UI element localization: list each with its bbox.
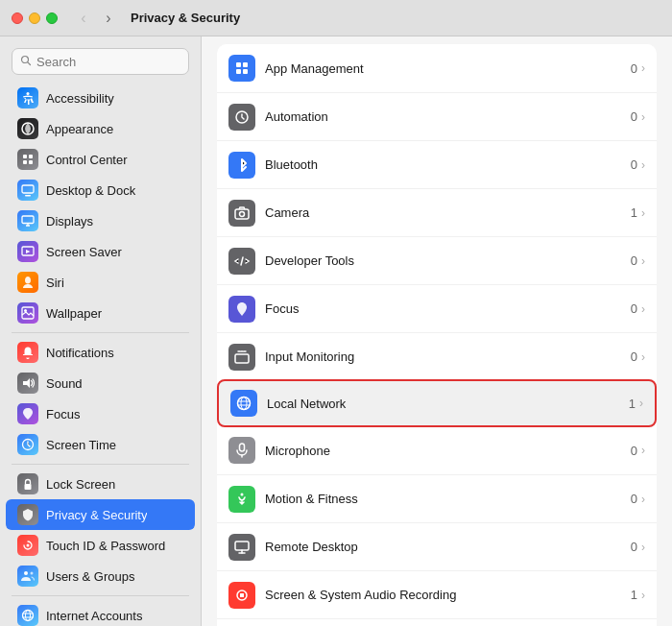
svg-rect-56 xyxy=(240,593,244,597)
content-chevron-local-network: › xyxy=(639,397,643,410)
content-item-camera[interactable]: Camera1› xyxy=(217,188,657,236)
sidebar-icon-focus xyxy=(17,403,38,424)
back-button[interactable]: ‹ xyxy=(73,8,94,29)
svg-rect-40 xyxy=(243,69,248,74)
sidebar-item-privacy-security[interactable]: Privacy & Security xyxy=(6,499,195,530)
svg-rect-39 xyxy=(236,69,241,74)
svg-rect-44 xyxy=(235,354,249,363)
content-icon-input-monitoring xyxy=(228,344,255,371)
svg-rect-8 xyxy=(22,185,34,193)
maximize-button[interactable] xyxy=(46,12,58,24)
sidebar-item-displays[interactable]: Displays xyxy=(6,205,195,236)
content-item-automation[interactable]: Automation0› xyxy=(217,92,657,140)
content-item-input-monitoring[interactable]: Input Monitoring0› xyxy=(217,332,657,380)
content-count-local-network: 1 xyxy=(629,397,636,411)
content-item-remote-desktop[interactable]: Remote Desktop0› xyxy=(217,522,657,570)
content-chevron-screen-audio-recording: › xyxy=(641,589,645,602)
sidebar-item-sound[interactable]: Sound xyxy=(6,368,195,398)
content-item-screen-audio-recording[interactable]: Screen & System Audio Recording1› xyxy=(217,570,657,618)
svg-rect-38 xyxy=(243,62,248,67)
sidebar-item-users-groups[interactable]: Users & Groups xyxy=(6,561,195,591)
svg-point-2 xyxy=(27,92,30,95)
content-item-local-network[interactable]: Local Network1› xyxy=(217,379,657,427)
sidebar-item-screen-saver[interactable]: Screen Saver xyxy=(6,236,195,267)
sidebar-item-focus[interactable]: Focus xyxy=(6,398,195,429)
close-button[interactable] xyxy=(12,12,23,24)
main-layout: AccessibilityAppearanceControl CenterDes… xyxy=(0,36,672,626)
search-box[interactable] xyxy=(12,48,189,75)
content-label-developer-tools: Developer Tools xyxy=(265,253,631,268)
content-item-motion-fitness[interactable]: Motion & Fitness0› xyxy=(217,474,657,522)
sidebar-label-lock-screen: Lock Screen xyxy=(46,477,115,492)
sidebar-icon-accessibility xyxy=(17,87,38,108)
sidebar-icon-screen-time xyxy=(17,434,38,455)
sidebar-item-desktop-dock[interactable]: Desktop & Dock xyxy=(6,175,195,205)
content-item-bluetooth[interactable]: Bluetooth0› xyxy=(217,140,657,188)
content-chevron-automation: › xyxy=(641,110,645,124)
content-chevron-remote-desktop: › xyxy=(641,541,645,554)
svg-point-23 xyxy=(23,611,34,621)
sidebar-item-control-center[interactable]: Control Center xyxy=(6,144,195,175)
search-input[interactable] xyxy=(36,55,180,69)
svg-point-16 xyxy=(24,309,27,312)
svg-point-20 xyxy=(27,544,30,547)
forward-button[interactable]: › xyxy=(98,8,119,29)
svg-point-45 xyxy=(238,397,251,410)
sidebar-icon-touch-id xyxy=(17,535,38,556)
nav-controls: ‹ › xyxy=(73,8,119,29)
content-item-developer-tools[interactable]: Developer Tools0› xyxy=(217,236,657,284)
sidebar-item-appearance[interactable]: Appearance xyxy=(6,113,195,144)
sidebar-icon-privacy-security xyxy=(17,504,38,525)
content-icon-automation xyxy=(228,104,255,131)
content-icon-microphone xyxy=(228,437,255,464)
svg-rect-10 xyxy=(22,216,34,224)
sidebar-icon-users-groups xyxy=(17,566,38,587)
content-icon-local-network xyxy=(230,390,257,417)
sidebar-label-displays: Displays xyxy=(46,214,93,229)
content-label-screen-audio-recording: Screen & System Audio Recording xyxy=(265,588,631,602)
content-chevron-focus: › xyxy=(641,302,645,316)
content-count-automation: 0 xyxy=(631,109,637,124)
svg-rect-42 xyxy=(235,209,249,219)
content-area: App Management0›Automation0›Bluetooth0›C… xyxy=(202,36,672,626)
sidebar-label-siri: Siri xyxy=(46,276,64,290)
sidebar-label-wallpaper: Wallpaper xyxy=(46,306,102,321)
sidebar-icon-desktop-dock xyxy=(17,180,38,201)
sidebar-icon-wallpaper xyxy=(17,302,38,324)
content-label-focus: Focus xyxy=(265,301,631,316)
content-label-input-monitoring: Input Monitoring xyxy=(265,349,631,364)
content-count-developer-tools: 0 xyxy=(631,253,637,268)
content-chevron-bluetooth: › xyxy=(641,158,645,172)
sidebar-item-lock-screen[interactable]: Lock Screen xyxy=(6,469,195,499)
sidebar-item-siri[interactable]: Siri xyxy=(6,267,195,298)
content-item-microphone[interactable]: Microphone0› xyxy=(217,426,657,474)
sidebar-icon-internet-accounts xyxy=(17,605,38,626)
search-container xyxy=(0,44,201,83)
content-item-focus[interactable]: Focus0› xyxy=(217,284,657,332)
sidebar-item-wallpaper[interactable]: Wallpaper xyxy=(6,298,195,328)
content-count-screen-audio-recording: 1 xyxy=(631,588,637,602)
sidebar-label-desktop-dock: Desktop & Dock xyxy=(46,183,135,198)
sidebar-item-accessibility[interactable]: Accessibility xyxy=(6,83,195,113)
content-count-app-management: 0 xyxy=(631,61,637,76)
content-label-automation: Automation xyxy=(265,109,631,124)
search-icon xyxy=(20,55,32,69)
sidebar-item-screen-time[interactable]: Screen Time xyxy=(6,429,195,460)
content-items-container: App Management0›Automation0›Bluetooth0›C… xyxy=(217,44,657,626)
content-label-bluetooth: Bluetooth xyxy=(265,157,631,172)
content-item-app-management[interactable]: App Management0› xyxy=(217,44,657,92)
sidebar-item-notifications[interactable]: Notifications xyxy=(6,337,195,368)
content-icon-screen-audio-recording xyxy=(228,582,255,609)
svg-marker-14 xyxy=(26,250,31,253)
content-item-speech-recognition[interactable]: Speech Recognition0› xyxy=(217,618,657,626)
sidebar-label-screen-time: Screen Time xyxy=(46,438,116,452)
sidebar-item-internet-accounts[interactable]: Internet Accounts xyxy=(6,600,195,626)
sidebar-item-touch-id[interactable]: Touch ID & Password xyxy=(6,530,195,561)
sidebar-items-list: AccessibilityAppearanceControl CenterDes… xyxy=(0,83,201,626)
content-list: App Management0›Automation0›Bluetooth0›C… xyxy=(202,36,672,626)
minimize-button[interactable] xyxy=(29,12,40,24)
content-count-remote-desktop: 0 xyxy=(631,540,637,554)
content-count-focus: 0 xyxy=(631,301,637,316)
sidebar-label-touch-id: Touch ID & Password xyxy=(46,539,165,553)
content-icon-remote-desktop xyxy=(228,534,255,561)
